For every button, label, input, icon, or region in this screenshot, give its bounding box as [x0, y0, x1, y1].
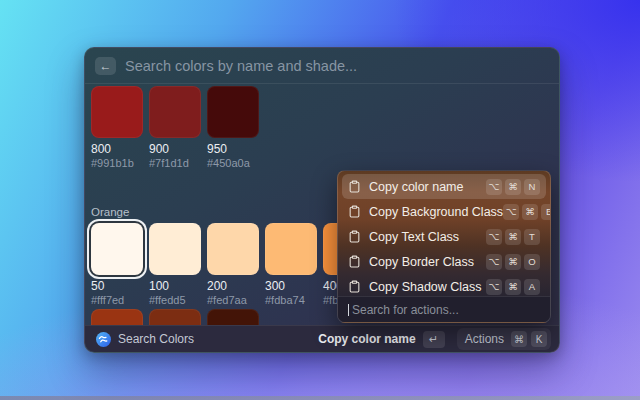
shortcut-keys: ⌥⌘T: [486, 229, 540, 245]
keycap: ⌘: [505, 179, 521, 195]
keycap: A: [524, 279, 540, 295]
keycap: T: [524, 229, 540, 245]
orange-swatch-row-1: 50#fff7ed100#ffedd5200#fed7aa300#fdba744…: [91, 223, 375, 306]
shade-label: 50: [91, 279, 143, 293]
shortcut-keys: ⌥⌘N: [486, 179, 540, 195]
desktop-bottom-strip: [0, 396, 640, 400]
hex-label: #ffedd5: [149, 294, 201, 306]
keycap: ⌘: [505, 229, 521, 245]
menu-item-copy-color-name[interactable]: Copy color name⌥⌘N: [342, 174, 546, 199]
shade-label: 900: [149, 142, 201, 156]
color-swatch-cell: 950#450a0a: [207, 86, 259, 169]
color-swatch-cell: 300#fdba74: [265, 223, 317, 306]
clipboard-icon: [348, 205, 361, 218]
actions-search-field[interactable]: Search for actions...: [338, 296, 550, 322]
color-swatch-cell: [149, 309, 201, 325]
red-swatch-row: 800#991b1b900#7f1d1d950#450a0a: [91, 86, 259, 169]
keycap: ⌥: [486, 254, 502, 270]
shade-label: 950: [207, 142, 259, 156]
keycap: ⌥: [486, 229, 502, 245]
shade-label: 100: [149, 279, 201, 293]
keycap: N: [524, 179, 540, 195]
color-swatch-50[interactable]: [91, 223, 143, 275]
arrow-left-icon: ←: [100, 60, 112, 72]
color-swatch-cell: 50#fff7ed: [91, 223, 143, 306]
color-swatch-900[interactable]: [149, 309, 201, 325]
color-swatch-cell: [207, 309, 259, 325]
actions-menu: Copy color name⌥⌘NCopy Background Class⌥…: [337, 170, 551, 323]
actions-menu-items: Copy color name⌥⌘NCopy Background Class⌥…: [338, 171, 550, 302]
keycap: ⌘: [522, 204, 538, 220]
clipboard-icon: [348, 180, 361, 193]
shade-label: 300: [265, 279, 317, 293]
clipboard-icon: [348, 255, 361, 268]
hex-label: #991b1b: [91, 157, 143, 169]
keycap: ⌘: [505, 254, 521, 270]
menu-item-label: Copy Border Class: [369, 255, 486, 269]
clipboard-icon: [348, 230, 361, 243]
keycap: O: [524, 254, 540, 270]
menu-item-copy-text-class[interactable]: Copy Text Class⌥⌘T: [342, 224, 546, 249]
hex-label: #fdba74: [265, 294, 317, 306]
app-name: Search Colors: [118, 332, 194, 346]
k-key-badge: K: [531, 331, 547, 347]
status-bar: Search Colors Copy color name ↵ Actions …: [85, 325, 559, 352]
color-swatch-200[interactable]: [207, 223, 259, 275]
shortcut-keys: ⌥⌘A: [486, 279, 540, 295]
color-swatch-800[interactable]: [91, 309, 143, 325]
color-swatch-950[interactable]: [207, 86, 259, 138]
shade-label: 200: [207, 279, 259, 293]
color-swatch-cell: 100#ffedd5: [149, 223, 201, 306]
actions-button[interactable]: Actions ⌘ K: [457, 328, 551, 350]
menu-item-copy-background-class[interactable]: Copy Background Class⌥⌘B: [342, 199, 546, 224]
hex-label: #fed7aa: [207, 294, 259, 306]
back-button[interactable]: ←: [95, 57, 116, 75]
shortcut-keys: ⌥⌘B: [503, 204, 551, 220]
search-input[interactable]: Search colors by name and shade...: [125, 58, 357, 74]
keycap: ⌥: [486, 279, 502, 295]
search-colors-logo-icon: [96, 332, 111, 347]
color-swatch-900[interactable]: [149, 86, 201, 138]
color-swatch-cell: 800#991b1b: [91, 86, 143, 169]
hex-label: #450a0a: [207, 157, 259, 169]
keycap: B: [541, 204, 551, 220]
primary-action-label[interactable]: Copy color name: [318, 332, 415, 346]
color-swatch-cell: 900#7f1d1d: [149, 86, 201, 169]
color-swatch-800[interactable]: [91, 86, 143, 138]
section-label-orange: Orange: [91, 206, 129, 218]
color-swatch-100[interactable]: [149, 223, 201, 275]
color-swatch-950[interactable]: [207, 309, 259, 325]
menu-item-label: Copy Background Class: [369, 205, 503, 219]
text-caret: [348, 304, 349, 316]
color-swatch-300[interactable]: [265, 223, 317, 275]
clipboard-icon: [348, 280, 361, 293]
cmd-key-badge: ⌘: [511, 331, 527, 347]
color-swatch-cell: [91, 309, 143, 325]
search-colors-window: ← Search colors by name and shade... 800…: [84, 47, 560, 353]
enter-key-badge: ↵: [423, 331, 445, 348]
menu-item-label: Copy Text Class: [369, 230, 486, 244]
shortcut-keys: ⌥⌘O: [486, 254, 540, 270]
actions-search-placeholder: Search for actions...: [352, 303, 459, 317]
keycap: ⌥: [486, 179, 502, 195]
shade-label: 800: [91, 142, 143, 156]
keycap: ⌘: [505, 279, 521, 295]
actions-button-label: Actions: [465, 332, 504, 346]
menu-item-label: Copy color name: [369, 180, 486, 194]
menu-item-label: Copy Shadow Class: [369, 280, 486, 294]
menu-item-copy-border-class[interactable]: Copy Border Class⌥⌘O: [342, 249, 546, 274]
keycap: ⌥: [503, 204, 519, 220]
color-swatch-cell: 200#fed7aa: [207, 223, 259, 306]
search-bar: ← Search colors by name and shade...: [85, 48, 559, 84]
hex-label: #fff7ed: [91, 294, 143, 306]
hex-label: #7f1d1d: [149, 157, 201, 169]
orange-swatch-row-2: [91, 309, 259, 325]
